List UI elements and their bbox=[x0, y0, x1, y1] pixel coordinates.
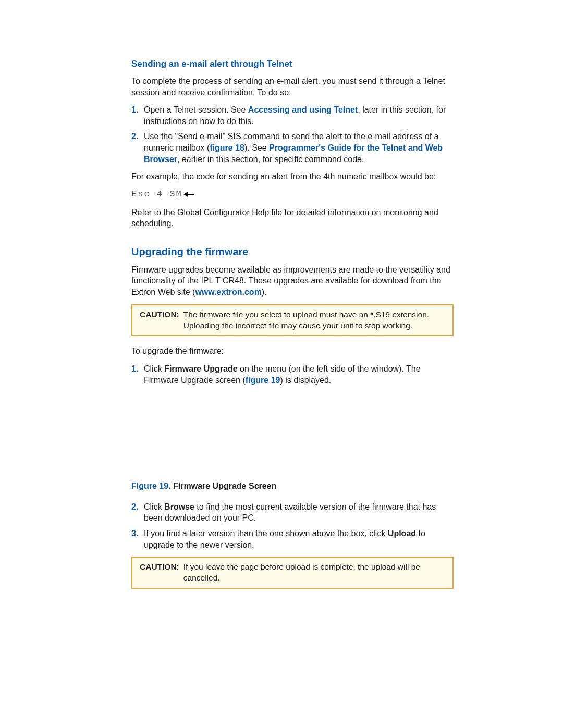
list-item-text: Open a Telnet session. See Accessing and… bbox=[144, 104, 454, 127]
para-intro: To complete the process of sending an e-… bbox=[131, 76, 454, 98]
link-extron-site[interactable]: www.extron.com bbox=[195, 288, 261, 297]
caution-text: If you leave the page before upload is c… bbox=[183, 562, 445, 584]
list-item-text: Use the "Send e-mail" SIS command to sen… bbox=[144, 131, 454, 165]
para-firmware-intro: Firmware upgrades become available as im… bbox=[131, 264, 454, 298]
figure-number: Figure 19. bbox=[131, 482, 171, 490]
para-example: For example, the code for sending an ale… bbox=[131, 171, 454, 182]
return-arrow-icon bbox=[183, 191, 195, 198]
list-item-text: Click Browse to find the most current av… bbox=[144, 501, 454, 524]
caution-text: The firmware file you select to upload m… bbox=[183, 310, 445, 331]
section-heading-upgrading: Upgrading the firmware bbox=[131, 245, 454, 259]
svg-marker-1 bbox=[183, 192, 188, 197]
link-accessing-telnet[interactable]: Accessing and using Telnet bbox=[248, 105, 358, 114]
list-item: 3. If you find a later version than the … bbox=[131, 528, 454, 550]
list-item: 2. Use the "Send e-mail" SIS command to … bbox=[131, 131, 454, 165]
subheading-telnet: Sending an e-mail alert through Telnet bbox=[131, 58, 454, 70]
figure-caption: Figure 19. Firmware Upgrade Screen bbox=[131, 480, 454, 492]
link-figure-18[interactable]: figure 18 bbox=[210, 143, 244, 152]
ordered-list-1: 1. Open a Telnet session. See Accessing … bbox=[131, 104, 454, 165]
ui-label-browse: Browse bbox=[164, 502, 194, 511]
figure-placeholder bbox=[131, 392, 454, 480]
list-number: 1. bbox=[131, 363, 144, 386]
ui-label-upload: Upload bbox=[388, 529, 416, 538]
code-text: Esc 4 SM bbox=[131, 189, 182, 201]
caution-label: CAUTION: bbox=[140, 562, 179, 584]
list-number: 3. bbox=[131, 528, 144, 550]
caution-label: CAUTION: bbox=[140, 310, 179, 331]
list-item: 1. Open a Telnet session. See Accessing … bbox=[131, 104, 454, 127]
list-number: 2. bbox=[131, 131, 144, 165]
help-file-name: Global Configurator Help bbox=[177, 208, 269, 217]
ui-label-firmware-upgrade: Firmware Upgrade bbox=[164, 364, 237, 373]
figure-title: Firmware Upgrade Screen bbox=[171, 482, 277, 490]
caution-box-2: CAUTION: If you leave the page before up… bbox=[131, 557, 454, 589]
document-page: Sending an e-mail alert through Telnet T… bbox=[0, 0, 563, 728]
para-refer: Refer to the Global Configurator Help fi… bbox=[131, 207, 454, 229]
list-item: 1. Click Firmware Upgrade on the menu (o… bbox=[131, 363, 454, 386]
link-figure-19[interactable]: figure 19 bbox=[246, 376, 280, 385]
para-to-upgrade: To upgrade the firmware: bbox=[131, 346, 454, 357]
list-number: 2. bbox=[131, 501, 144, 524]
ordered-list-2a: 1. Click Firmware Upgrade on the menu (o… bbox=[131, 363, 454, 386]
list-item: 2. Click Browse to find the most current… bbox=[131, 501, 454, 524]
list-item-text: Click Firmware Upgrade on the menu (on t… bbox=[144, 363, 454, 386]
ordered-list-2b: 2. Click Browse to find the most current… bbox=[131, 501, 454, 550]
list-number: 1. bbox=[131, 104, 144, 127]
list-item-text: If you find a later version than the one… bbox=[144, 528, 454, 550]
caution-box-1: CAUTION: The firmware file you select to… bbox=[131, 304, 454, 337]
code-sample: Esc 4 SM bbox=[131, 189, 454, 201]
